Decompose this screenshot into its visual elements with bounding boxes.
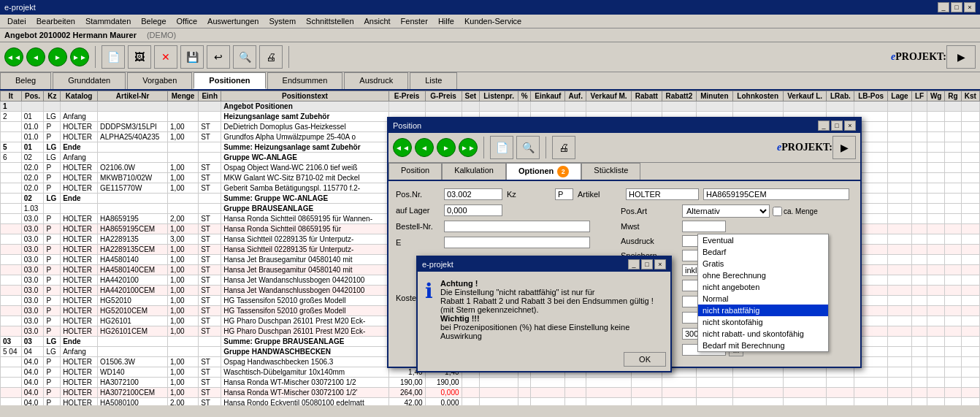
pos-nr-input[interactable] [444,188,502,200]
warning-ok-button[interactable]: OK [624,352,666,367]
menu-kunden-service[interactable]: Kunden-Service [460,16,526,26]
table-row[interactable]: 04.0PHOLTERHA3072100CEM1,00ST Hansa Rond… [1,388,980,398]
dropdown-bedarf[interactable]: Bedarf [698,246,828,258]
warning-dialog: e-projekt _ □ × ℹ Achtung ! Die Einstell… [416,256,672,372]
menu-ansicht[interactable]: Ansicht [360,16,395,26]
delete-button[interactable]: ✕ [154,45,177,69]
col-verkaufl: Verkauf L. [783,91,827,102]
e-input[interactable] [444,237,590,248]
warning-buttons: OK [418,348,670,371]
pos-logo-btn[interactable]: ▶ [832,136,856,159]
dropdown-bedarf-mit-berechnung[interactable]: Bedarf mit Berechnung [698,340,828,351]
menu-system[interactable]: System [264,16,300,26]
nav-prev-button[interactable]: ◄ [26,47,45,66]
bestell-nr-input[interactable] [444,221,590,232]
pos-nav-first[interactable]: ◄◄ [393,138,412,157]
menu-stammdaten[interactable]: Stammdaten [81,16,135,26]
pos-art-select[interactable]: Alternativ [682,204,770,218]
warning-max[interactable]: □ [641,259,653,269]
pos-nav-prev[interactable]: ◄ [415,138,434,157]
pos-tab-position[interactable]: Position [388,163,442,180]
pos-toolbar-sep2 [545,137,546,158]
menu-auswertungen[interactable]: Auswertungen [203,16,263,26]
warning-min[interactable]: _ [628,259,640,269]
col-einkauf: Einkauf [531,91,565,102]
dropdown-eventual[interactable]: Eventual [698,234,828,246]
col-positionstext: Positionstext [221,91,388,102]
warning-close[interactable]: × [654,259,666,269]
pos-print-btn[interactable]: 🖨 [552,136,575,159]
bestell-nr-row: Bestell-Nr. [396,221,613,232]
col-lf: LF [912,91,927,102]
col-kst: Kst [961,91,979,102]
menu-bearbeiten[interactable]: Bearbeiten [32,16,80,26]
menu-office[interactable]: Office [172,16,202,26]
pos-tab-kalkulation[interactable]: Kalkulation [442,163,506,180]
artikel-input[interactable] [626,188,699,200]
position-dialog-close[interactable]: × [844,120,856,131]
table-row[interactable]: 1 Angebot Positionen [1,102,980,112]
auf-lager-label: auf Lager [396,206,440,215]
pos-logo-text: ePROJEKT: [777,142,832,153]
dropdown-nicht-skontofahig[interactable]: nicht skontofähig [698,316,828,328]
pos-nav-next[interactable]: ► [437,138,456,157]
close-button[interactable]: × [964,2,976,12]
dropdown-gratis[interactable]: Gratis [698,258,828,269]
col-verkaufm: Verkauf M. [586,91,632,102]
new-button[interactable]: 📄 [102,45,125,69]
table-header-row: It Pos. Kz Katalog Artikel-Nr Menge Einh… [1,91,980,102]
dropdown-normal[interactable]: Normal [698,293,828,305]
dropdown-ohne-berechnung[interactable]: ohne Berechnung [698,269,828,281]
save-button[interactable]: 💾 [180,45,204,69]
main-toolbar: ◄◄ ◄ ► ►► 📄 🖼 ✕ 💾 ↩ 🔍 🖨 ePROJEKT: ▶ [0,42,980,72]
dropdown-nicht-angeboten[interactable]: nicht angeboten [698,281,828,293]
tab-endsummen[interactable]: Endsummen [267,72,343,89]
nav-next-button[interactable]: ► [48,47,67,66]
pos-tab-optionen[interactable]: Optionen 2 [506,163,581,180]
dropdown-nicht-rabatt-und-skontofahig[interactable]: nicht rabatt- und skontofähig [698,328,828,340]
warning-line2: Rabatt 1 Rabatt 2 und Rabatt 3 bei den E… [440,297,663,305]
artikel-name-input[interactable] [703,188,849,200]
tab-positionen[interactable]: Positionen [194,72,265,89]
dropdown-nicht-rabattfahig[interactable]: nicht rabattfähig [698,305,828,316]
warning-text-area: Achtung ! Die Einstellung "nicht rabattf… [440,279,663,340]
pos-nr-label: Pos.Nr. [396,190,440,199]
ausdruck-label: Ausdruck [621,237,679,245]
menu-hilfe[interactable]: Hilfe [434,16,459,26]
menu-fenster[interactable]: Fenster [397,16,432,26]
kz-input[interactable] [555,188,573,200]
pos-new-btn[interactable]: 📄 [490,136,513,159]
pos-search-btn[interactable]: 🔍 [516,136,540,159]
undo-button[interactable]: ↩ [207,45,230,69]
nav-forward-button[interactable]: ►► [70,47,89,66]
menu-datei[interactable]: Datei [3,16,31,26]
col-set: Set [462,91,480,102]
search-button[interactable]: 🔍 [233,45,256,69]
nav-back-button[interactable]: ◄◄ [4,47,23,66]
col-listenpr: Listenpr. [480,91,518,102]
minimize-button[interactable]: _ [938,2,949,12]
table-row[interactable]: 04.0PHOLTERHA30721001,00ST Hansa Ronda W… [1,378,980,388]
tab-ausdruck[interactable]: Ausdruck [344,72,408,89]
tab-grunddaten[interactable]: Grunddaten [53,72,126,89]
table-row[interactable]: 04.0PHOLTERHA50801002,00ST Hansa Rondo E… [1,398,980,406]
print-button[interactable]: 🖨 [259,45,283,69]
tab-vorgaben[interactable]: Vorgaben [127,72,192,89]
col-it: It [1,91,22,102]
position-dialog-max[interactable]: □ [831,120,843,131]
toolbar-separator [95,46,96,68]
pos-tab-stuckliste[interactable]: Stückliste [581,163,640,180]
position-dialog-min[interactable]: _ [818,120,830,131]
tab-liste[interactable]: Liste [410,72,457,89]
mwst-input[interactable] [682,221,726,232]
pos-nav-last[interactable]: ►► [459,138,478,157]
tab-beleg[interactable]: Beleg [0,72,51,89]
menu-schnittstellen[interactable]: Schnittstellen [302,16,358,26]
open-button[interactable]: 🖼 [128,45,151,69]
ca-menge-checkbox[interactable] [773,207,782,216]
e-label: E [396,238,440,247]
maximize-button[interactable]: □ [951,2,962,12]
logo-button[interactable]: ▶ [946,45,976,69]
menu-belege[interactable]: Belege [137,16,170,26]
auf-lager-input[interactable] [444,204,502,216]
